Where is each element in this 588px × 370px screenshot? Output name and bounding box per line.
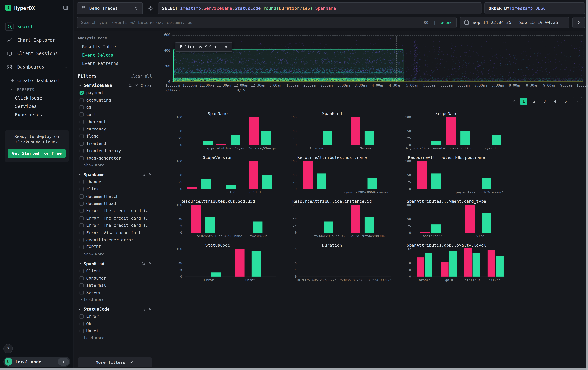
bar[interactable] — [472, 253, 480, 276]
filter-checkbox-error-the-credit-card[interactable]: Error: The credit card (… — [78, 222, 152, 229]
filter-checkbox-load-generator[interactable]: load-generator — [78, 154, 152, 162]
bar[interactable] — [464, 248, 472, 277]
filter-checkbox-internal[interactable]: Internal — [78, 282, 152, 289]
sidebar-item-kubernetes[interactable]: Kubernetes — [10, 110, 74, 119]
bar[interactable] — [488, 250, 495, 277]
sidebar-item-services[interactable]: Services — [10, 102, 74, 110]
filter-checkbox-error-the-credit-card[interactable]: Error: The credit card (… — [78, 215, 152, 222]
local-mode-button[interactable]: U Local mode — [3, 357, 70, 367]
facet-search-icon[interactable] — [128, 83, 132, 88]
load-more-button[interactable]: Load more — [78, 335, 152, 340]
facet-pin-icon[interactable] — [148, 261, 152, 266]
filter-checkbox-server[interactable]: Server — [78, 289, 152, 296]
sql-mode-toggle[interactable]: SQL — [424, 20, 431, 25]
bar[interactable] — [201, 179, 211, 189]
bar[interactable] — [446, 117, 456, 145]
bar[interactable] — [461, 131, 470, 145]
filter-checkbox-checkout[interactable]: checkout — [78, 118, 152, 125]
collapse-sidebar-button[interactable] — [63, 5, 68, 11]
bar[interactable] — [482, 178, 491, 189]
facet-search-icon[interactable] — [141, 172, 146, 177]
create-dashboard-button[interactable]: Create Dashboard — [10, 76, 74, 85]
sql-column-editor[interactable]: SELECT Timestamp, ServiceName, StatusCod… — [158, 2, 482, 14]
run-query-button[interactable] — [572, 17, 585, 28]
bar[interactable] — [191, 205, 201, 233]
clear-all-filters-button[interactable]: Clear all — [131, 74, 152, 78]
bar[interactable] — [492, 135, 502, 145]
horizontal-scrollbar[interactable] — [0, 368, 588, 370]
lucene-mode-toggle[interactable]: Lucene — [438, 20, 452, 25]
show-more-button[interactable]: Show more — [78, 251, 152, 256]
bar[interactable] — [365, 131, 374, 145]
search-input[interactable]: Search your events w/ Lucene ex. column:… — [77, 17, 457, 28]
help-button[interactable]: ? — [3, 344, 13, 353]
bar[interactable] — [235, 249, 245, 277]
pagination-page-2[interactable]: 2 — [531, 98, 538, 105]
bar[interactable] — [431, 224, 441, 233]
sidebar-item-dashboards[interactable]: Dashboards — [0, 60, 74, 74]
analysis-mode-event-patterns[interactable]: Event Patterns — [78, 59, 152, 67]
filter-checkbox-documentfetch[interactable]: documentFetch — [78, 193, 152, 200]
bar[interactable] — [365, 218, 374, 233]
bar[interactable] — [324, 221, 333, 233]
analysis-mode-results-table[interactable]: Results Table — [78, 43, 152, 51]
bar[interactable] — [249, 117, 259, 145]
filter-checkbox-click[interactable]: click — [78, 185, 152, 193]
bar[interactable] — [323, 131, 333, 145]
filter-group-header-statuscode[interactable]: StatusCode — [78, 305, 152, 313]
bar[interactable] — [252, 252, 261, 277]
bar[interactable] — [317, 174, 326, 189]
filter-checkbox-accounting[interactable]: accounting — [78, 96, 152, 104]
facet-clear-x-icon[interactable] — [135, 83, 138, 87]
analysis-mode-event-deltas[interactable]: Event Deltas — [78, 51, 152, 59]
filter-checkbox-error-visa-cache-full[interactable]: Error: Visa cache full: … — [78, 229, 152, 236]
bar[interactable] — [203, 141, 212, 145]
show-more-button[interactable]: Show more — [78, 162, 152, 167]
date-range-picker[interactable]: Sep 14 22:04:35 - Sep 15 10:04:35 — [460, 17, 569, 28]
bar[interactable] — [249, 161, 258, 189]
bar[interactable] — [465, 205, 475, 233]
filter-checkbox-frontend[interactable]: frontend — [78, 140, 152, 147]
filter-checkbox-ad[interactable]: ad — [78, 104, 152, 111]
filter-checkbox-payment[interactable]: payment — [78, 89, 152, 96]
sidebar-item-chart-explorer[interactable]: Chart Explorer — [0, 33, 74, 47]
filter-checkbox-change[interactable]: change — [78, 178, 152, 185]
sidebar-item-clickhouse[interactable]: ClickHouse — [10, 94, 74, 102]
bar[interactable] — [262, 175, 272, 189]
facet-pin-icon[interactable] — [148, 307, 152, 311]
facet-search-icon[interactable] — [141, 307, 146, 311]
more-filters-button[interactable]: More filters — [78, 358, 152, 367]
bar[interactable] — [351, 205, 360, 233]
sidebar-item-client-sessions[interactable]: Client Sessions — [0, 47, 74, 60]
bar[interactable] — [431, 174, 441, 189]
filter-checkbox-eventlistener-error[interactable]: eventListener.error — [78, 236, 152, 244]
bar[interactable] — [253, 221, 262, 233]
filter-checkbox-consumer[interactable]: Consumer — [78, 275, 152, 282]
bar[interactable] — [351, 117, 360, 145]
filter-group-header-spankind[interactable]: SpanKind — [78, 260, 152, 267]
heatmap-plot[interactable]: Filter by Selection — [172, 35, 584, 82]
bar[interactable] — [216, 144, 226, 145]
selection-overlay[interactable] — [173, 50, 404, 82]
facet-clear-button[interactable]: Clear — [141, 83, 152, 88]
bar[interactable] — [431, 141, 441, 145]
filter-checkbox-error-the-credit-card[interactable]: Error: The credit card (… — [78, 207, 152, 215]
filter-group-header-servicename[interactable]: ServiceNameClear — [78, 82, 152, 89]
pagination-page-1[interactable]: 1 — [520, 98, 527, 105]
pagination-page-4[interactable]: 4 — [552, 98, 559, 105]
filter-checkbox-flagd[interactable]: flagd — [78, 133, 152, 140]
bar[interactable] — [211, 272, 221, 277]
filter-checkbox-unset[interactable]: Unset — [78, 327, 152, 335]
pagination-page-5[interactable]: 5 — [562, 98, 569, 105]
presets-toggle[interactable]: PRESETS — [10, 85, 74, 94]
facet-pin-icon[interactable] — [148, 172, 152, 177]
bar[interactable] — [261, 131, 271, 145]
filter-checkbox-currency[interactable]: currency — [78, 125, 152, 133]
bar[interactable] — [420, 232, 430, 233]
bar[interactable] — [367, 178, 377, 189]
bar[interactable] — [482, 213, 491, 233]
bar[interactable] — [231, 135, 241, 145]
vertical-scrollbar[interactable] — [586, 0, 588, 370]
bar[interactable] — [417, 161, 427, 189]
sidebar-item-search[interactable]: Search — [0, 20, 74, 33]
